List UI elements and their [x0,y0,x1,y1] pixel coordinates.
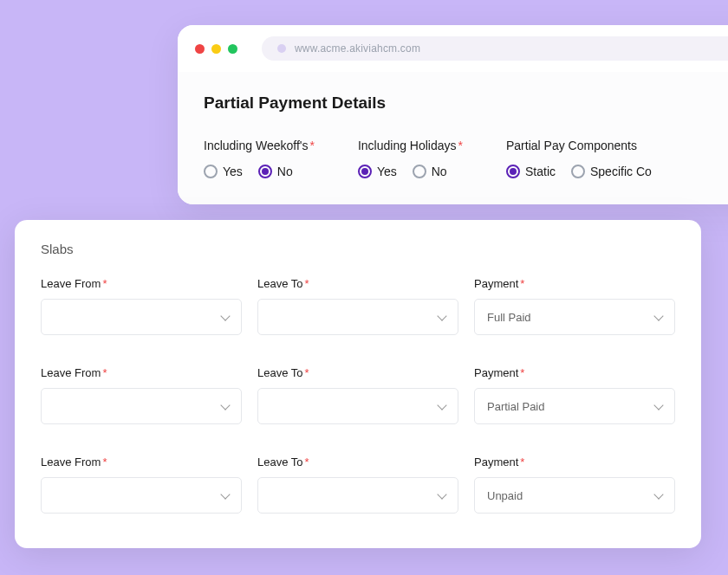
payment-field: Payment* Unpaid [474,455,675,514]
weekoffs-options: Yes No [204,165,315,178]
leave-to-select[interactable] [257,388,458,424]
required-asterisk: * [309,139,314,152]
payment-select[interactable]: Full Paid [474,299,675,335]
leave-from-select[interactable] [41,477,242,514]
holidays-yes[interactable]: Yes [358,165,397,178]
slabs-title: Slabs [41,242,675,256]
leave-from-field: Leave From* [41,366,242,424]
field-label: Leave From* [41,277,242,290]
weekoffs-no[interactable]: No [258,165,293,178]
weekoffs-group: Including Weekoff's* Yes No [204,139,315,178]
weekoffs-label: Including Weekoff's* [204,139,315,152]
holidays-options: Yes No [358,165,463,178]
maximize-window-button[interactable] [228,44,237,54]
minimize-window-button[interactable] [211,44,221,54]
browser-bar: www.acme.akiviahcm.com [178,25,728,72]
components-group: Partial Pay Components Static Specific C… [506,139,652,178]
field-label: Leave From* [41,455,242,468]
field-label: Payment* [474,455,675,468]
slab-row: Leave From* Leave To* Payment* Unpaid [41,455,675,514]
url-text: www.acme.akiviahcm.com [295,42,420,55]
page-title: Partial Payment Details [204,94,728,113]
chevron-down-icon [437,311,446,320]
components-specific[interactable]: Specific Co [571,165,652,178]
radio-icon [413,165,426,178]
payment-select[interactable]: Partial Paid [474,388,675,424]
holidays-group: Including Holidays* Yes No [358,139,463,178]
slab-row: Leave From* Leave To* Payment* Partial P… [41,366,675,424]
holidays-no[interactable]: No [413,165,447,178]
chevron-down-icon [437,400,446,410]
chevron-down-icon [220,311,230,320]
required-asterisk: * [458,139,463,152]
field-label: Leave From* [41,366,242,379]
leave-from-field: Leave From* [41,277,242,335]
components-options: Static Specific Co [506,165,652,178]
slabs-card: Slabs Leave From* Leave To* Payment* Ful… [15,220,701,548]
field-label: Payment* [474,366,675,379]
leave-from-select[interactable] [41,388,242,424]
radio-icon [204,165,218,178]
holidays-label: Including Holidays* [358,139,463,152]
leave-to-field: Leave To* [257,366,458,424]
url-bar[interactable]: www.acme.akiviahcm.com [262,36,728,61]
payment-select[interactable]: Unpaid [474,477,675,514]
weekoffs-yes[interactable]: Yes [204,165,243,178]
radio-icon [506,165,520,178]
components-label: Partial Pay Components [506,139,652,152]
chevron-down-icon [220,400,230,410]
field-label: Payment* [474,277,675,290]
payment-field: Payment* Partial Paid [474,366,675,424]
radio-row: Including Weekoff's* Yes No Including Ho… [204,139,728,178]
field-label: Leave To* [257,366,458,379]
leave-to-select[interactable] [257,477,458,514]
leave-to-field: Leave To* [257,455,458,514]
chevron-down-icon [653,311,663,320]
chevron-down-icon [653,489,663,499]
components-static[interactable]: Static [506,165,556,178]
chevron-down-icon [437,489,446,499]
radio-icon [571,165,585,178]
leave-to-field: Leave To* [257,277,458,335]
slab-row: Leave From* Leave To* Payment* Full Paid [41,277,675,335]
url-indicator-icon [277,44,286,53]
radio-icon [258,165,272,178]
radio-icon [358,165,372,178]
chevron-down-icon [220,489,230,499]
leave-from-field: Leave From* [41,455,242,514]
field-label: Leave To* [257,277,458,290]
leave-to-select[interactable] [257,299,458,335]
page-content: Partial Payment Details Including Weekof… [178,72,728,204]
payment-field: Payment* Full Paid [474,277,675,335]
leave-from-select[interactable] [41,299,242,335]
chevron-down-icon [653,400,663,410]
browser-window: www.acme.akiviahcm.com Partial Payment D… [178,25,728,204]
field-label: Leave To* [257,455,458,468]
close-window-button[interactable] [195,44,205,54]
